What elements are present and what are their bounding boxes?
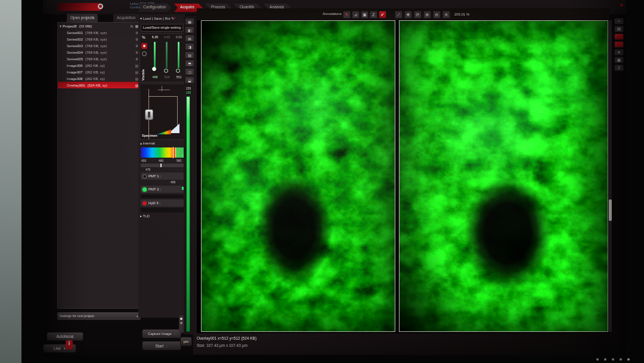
stamp-tool-icon[interactable]: ▣	[361, 11, 369, 19]
z-dot[interactable]	[180, 322, 182, 324]
specimen-label: Specimen	[142, 134, 157, 138]
osd-button[interactable]	[620, 358, 622, 361]
osd-button[interactable]	[596, 358, 599, 361]
capture-image-button[interactable]: Capture Image◦	[142, 329, 181, 339]
project-item[interactable]: Series002(768 KB, xyz)⚙	[58, 36, 140, 42]
slider-knob[interactable]	[152, 67, 156, 71]
osd-button[interactable]	[612, 358, 614, 361]
slider-knob[interactable]	[176, 69, 180, 73]
spectrum-tick-560: 560	[177, 159, 181, 162]
project-item[interactable]: Series003(768 KB, xyz)⚙	[58, 42, 140, 49]
project-item[interactable]: Image007(262 KB, xy)▤	[58, 69, 140, 75]
las-x-app-icon[interactable]: ▪	[123, 355, 129, 356]
single-setting-box[interactable]: Load/Save single setting :	[141, 24, 184, 32]
autofocus-button[interactable]: Autofocus	[47, 332, 83, 341]
z-position-widget[interactable]	[179, 315, 184, 333]
scalebar-tool-icon[interactable]: ⊿	[352, 11, 360, 19]
right-tool-record-2[interactable]	[614, 41, 624, 48]
pmt1-row[interactable]: PMT 1 :	[141, 173, 184, 180]
detector-gap-box	[141, 195, 184, 198]
project-root-row[interactable]: ▾ Project5 (52 MB) 🗀 ▦	[58, 23, 140, 29]
hyd3-toggle-icon[interactable]	[143, 201, 147, 205]
project-tree-panel: ▾ Project5 (52 MB) 🗀 ▦ Series001(768 KB,…	[57, 22, 141, 309]
viewer-tool-8[interactable]: ⬓	[185, 76, 194, 84]
project-item[interactable]: Series005(768 KB, xyz)⚙	[58, 56, 140, 62]
laser-power-488: 6.35	[150, 36, 160, 39]
slider-knob[interactable]	[164, 69, 168, 73]
zoom-fit-icon[interactable]: ✕	[442, 11, 450, 19]
settings-next-project-bar[interactable]: Settings for next project ▾	[57, 312, 141, 320]
zoom-in-icon[interactable]: ⊕	[423, 11, 431, 19]
z-dot[interactable]	[180, 318, 182, 320]
viewer-tool-5[interactable]: ▥	[185, 51, 194, 59]
intensity-lut-bar[interactable]	[186, 96, 190, 332]
pmt2-row[interactable]: PMT 2 :	[141, 186, 184, 193]
start-button-icon[interactable]: ⊞	[47, 355, 52, 356]
project-size: (52 MB)	[79, 24, 92, 28]
image-left-channel[interactable]	[201, 20, 395, 332]
right-tool-2[interactable]: 2	[614, 64, 624, 71]
objective-icon[interactable]	[145, 109, 153, 120]
laser-slider-552[interactable]	[178, 42, 179, 68]
monitor-screen: Leica TCS SP8 Confocal Microscope Config…	[43, 0, 626, 356]
right-tool-add[interactable]: +	[614, 18, 624, 24]
project-item[interactable]: Image008(262 KB, xy)▤	[58, 75, 140, 82]
zoom-out-icon[interactable]: ⊖	[433, 11, 441, 19]
laser-config-icon[interactable]	[142, 51, 147, 56]
z-marker-tool-icon[interactable]: Z	[370, 11, 377, 19]
pan-icon[interactable]: ✥	[404, 11, 412, 19]
draw-tool-icon[interactable]: ✎	[343, 11, 351, 19]
tab-configuration[interactable]: Configuration	[137, 4, 172, 12]
viewer-tool-6[interactable]: ⬒	[185, 60, 194, 67]
rotate-icon[interactable]: ⟳	[414, 11, 422, 19]
tld-header[interactable]: ▸ TLD	[140, 214, 150, 219]
pmt1-toggle-icon[interactable]	[143, 174, 147, 179]
status-led	[620, 4, 623, 7]
save-all-icon[interactable]: 🗀	[130, 24, 134, 28]
start-button[interactable]: Start◦	[142, 341, 181, 350]
project-item[interactable]: Series004(768 KB, xyz)⚙	[58, 49, 140, 56]
viewer-tool-2[interactable]: ◧	[185, 26, 194, 33]
background-wall	[0, 0, 21, 363]
viewer-tool-1[interactable]: ▦	[185, 18, 194, 25]
image-right-channel[interactable]	[399, 20, 608, 332]
laser-slider-488[interactable]	[154, 42, 156, 68]
laser-panel: % Visible 6.35 0.00 0.00 488 514 552	[140, 33, 185, 82]
info-icon[interactable]: i	[66, 340, 73, 349]
internal-header[interactable]: ▴ Internal	[140, 141, 155, 146]
gate-handle[interactable]	[160, 164, 162, 167]
tab-open-projects[interactable]: Open projects	[67, 14, 98, 22]
band-marker[interactable]	[173, 147, 174, 158]
apply-check-icon[interactable]: ✔	[379, 11, 386, 19]
load-save-header[interactable]: ▾ Load | Save | Roi ✎*	[140, 17, 176, 21]
right-tool-record-1[interactable]	[614, 33, 624, 40]
laser-slider-514[interactable]	[166, 42, 168, 68]
pmt2-toggle-icon[interactable]	[143, 187, 147, 192]
viewer-tool-3[interactable]: ▤	[185, 35, 194, 42]
right-tool-dropdown[interactable]: ▾	[614, 49, 624, 56]
power-button[interactable]	[627, 358, 630, 361]
file-explorer-icon[interactable]: ▤	[109, 355, 114, 356]
status-line2: Size: 107.43 µm x 107.43 µm	[197, 343, 247, 347]
tab-acquisition-panel[interactable]: Acquisition	[113, 14, 139, 22]
line-profile-icon[interactable]: ∕	[395, 11, 402, 19]
viewer-tool-7[interactable]: ◫	[185, 68, 194, 75]
unit-button[interactable]: µm	[180, 337, 192, 346]
edge-browser-icon[interactable]: e	[93, 355, 99, 356]
shutter-icon[interactable]	[141, 43, 147, 49]
project-item-selected[interactable]: Overlay001(524 KB, xy)▤	[58, 82, 140, 88]
expand-icon[interactable]: ▾	[60, 24, 61, 28]
scrollbar-thumb[interactable]	[609, 199, 612, 221]
task-view-icon[interactable]: ▣	[78, 355, 83, 356]
viewer-tool-4[interactable]: ◨	[185, 43, 194, 50]
hyd3-row[interactable]: HyD 3 :	[141, 199, 184, 207]
project-item[interactable]: Series001(768 KB, xyz)⚙	[58, 29, 140, 36]
gate-slider[interactable]	[141, 164, 184, 167]
right-tool-layers[interactable]: ▤	[614, 26, 624, 32]
osd-button[interactable]	[604, 358, 606, 361]
right-tool-grid[interactable]: ▣	[614, 57, 624, 63]
leica-logo-ring	[98, 4, 103, 9]
search-icon[interactable]: ⌕	[62, 355, 68, 356]
project-item[interactable]: Image006(262 KB, xy)▤	[58, 62, 140, 69]
viewer-scrollbar[interactable]	[609, 20, 612, 332]
